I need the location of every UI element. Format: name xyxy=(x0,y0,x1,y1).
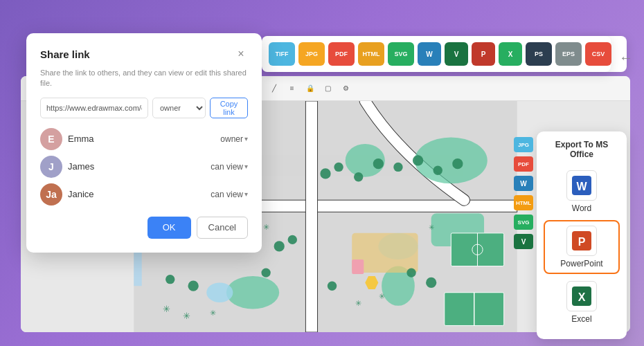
user-name-emma: Emma xyxy=(68,134,94,144)
powerpoint-label: PowerPoint xyxy=(560,259,602,268)
et-gear[interactable]: ⚙ xyxy=(339,81,354,96)
export-badge-bar: TIFF JPG PDF HTML SVG W V P X PS EPS CSV xyxy=(262,36,611,72)
svg-point-30 xyxy=(334,163,343,172)
badge-svg[interactable]: SVG xyxy=(388,42,414,66)
svg-point-34 xyxy=(413,155,423,165)
user-name-james: James xyxy=(68,161,94,172)
badge-visio[interactable]: V xyxy=(445,42,468,66)
svg-text:W: W xyxy=(576,181,587,192)
avatar-emma: E xyxy=(40,128,62,150)
svg-point-38 xyxy=(426,277,436,288)
chevron-icon: ▾ xyxy=(244,190,248,198)
link-row: owner can view can edit Copy link xyxy=(40,98,248,118)
badge-pdf[interactable]: PDF xyxy=(328,42,355,66)
export-item-powerpoint[interactable]: P PowerPoint xyxy=(544,220,620,274)
dialog-description: Share the link to others, and they can v… xyxy=(40,68,248,89)
export-item-excel[interactable]: X Excel xyxy=(544,277,620,328)
svg-point-7 xyxy=(226,276,279,309)
close-button[interactable]: × xyxy=(234,47,248,61)
badge-html[interactable]: HTML xyxy=(358,42,384,66)
cancel-button[interactable]: Cancel xyxy=(197,217,248,239)
user-info-emma: E Emma xyxy=(40,128,94,150)
word-icon: W xyxy=(566,170,597,201)
chevron-icon: ▾ xyxy=(244,163,248,170)
svg-point-29 xyxy=(320,168,330,179)
user-name-janice: Janice xyxy=(68,189,94,199)
svg-text:P: P xyxy=(578,236,586,248)
svg-point-27 xyxy=(188,281,199,291)
left-badge-visio[interactable]: V xyxy=(514,234,533,249)
et-box2[interactable]: ▢ xyxy=(321,81,336,96)
svg-point-35 xyxy=(433,166,442,175)
arrow-indicator: ← xyxy=(619,50,633,66)
link-input[interactable] xyxy=(40,98,148,118)
left-badge-html[interactable]: HTML xyxy=(514,195,533,210)
badge-ps[interactable]: PS xyxy=(526,42,552,66)
svg-point-33 xyxy=(393,163,402,172)
svg-text:✳: ✳ xyxy=(379,292,385,300)
export-panel: Export To MS Office W Word P PowerPoint … xyxy=(537,131,627,339)
svg-text:✳: ✳ xyxy=(263,223,269,231)
link-role-select[interactable]: owner can view can edit xyxy=(152,98,206,118)
user-row: Ja Janice can view ▾ xyxy=(40,183,248,206)
svg-text:X: X xyxy=(578,291,586,303)
svg-point-32 xyxy=(373,158,384,169)
svg-point-26 xyxy=(166,275,175,284)
svg-point-5 xyxy=(415,137,488,183)
badge-eps[interactable]: EPS xyxy=(555,42,582,66)
export-left-badges: JPG PDF W HTML SVG V xyxy=(514,137,533,249)
svg-text:✳: ✳ xyxy=(210,309,216,317)
dialog-header: Share link × xyxy=(40,47,248,61)
dialog-actions: OK Cancel xyxy=(40,217,248,239)
svg-rect-20 xyxy=(352,260,364,274)
svg-text:✳: ✳ xyxy=(163,304,170,314)
svg-point-39 xyxy=(328,282,337,291)
svg-point-31 xyxy=(354,172,363,181)
export-panel-title: Export To MS Office xyxy=(544,140,620,159)
badge-excel[interactable]: X xyxy=(499,42,522,66)
export-item-word[interactable]: W Word xyxy=(544,166,620,217)
svg-text:✳: ✳ xyxy=(183,311,190,321)
svg-point-28 xyxy=(261,268,270,277)
user-row: J James can view ▾ xyxy=(40,156,248,178)
user-info-james: J James xyxy=(40,156,94,178)
chevron-icon: ▾ xyxy=(244,135,248,143)
svg-point-10 xyxy=(206,282,233,302)
left-badge-word[interactable]: W xyxy=(514,176,533,191)
avatar-janice: Ja xyxy=(40,183,62,206)
user-list: E Emma owner ▾ J James can view ▾ Ja Jan… xyxy=(40,128,248,206)
avatar-james: J xyxy=(40,156,62,178)
user-row: E Emma owner ▾ xyxy=(40,128,248,150)
et-line[interactable]: ╱ xyxy=(267,81,282,96)
left-badge-svg[interactable]: SVG xyxy=(514,215,533,230)
left-badge-pdf[interactable]: PDF xyxy=(514,156,533,172)
user-role-janice[interactable]: can view ▾ xyxy=(211,190,248,199)
badge-jpg[interactable]: JPG xyxy=(298,42,325,66)
svg-point-36 xyxy=(452,158,463,169)
word-label: Word xyxy=(572,203,591,213)
dialog-title: Share link xyxy=(40,48,90,60)
left-badge-jpg[interactable]: JPG xyxy=(514,137,533,152)
svg-text:✳: ✳ xyxy=(429,224,434,231)
badge-csv[interactable]: CSV xyxy=(585,42,611,66)
badge-ppt[interactable]: P xyxy=(472,42,495,66)
svg-rect-2 xyxy=(305,101,317,332)
copy-link-button[interactable]: Copy link xyxy=(210,98,248,118)
share-dialog: Share link × Share the link to others, a… xyxy=(26,33,262,253)
user-info-janice: Ja Janice xyxy=(40,183,94,206)
powerpoint-icon: P xyxy=(566,226,597,256)
svg-point-37 xyxy=(406,268,415,277)
et-align[interactable]: ≡ xyxy=(285,81,300,96)
ok-button[interactable]: OK xyxy=(147,217,191,239)
badge-word[interactable]: W xyxy=(418,42,441,66)
svg-point-40 xyxy=(288,235,297,244)
svg-text:✳: ✳ xyxy=(355,299,361,307)
user-role-emma[interactable]: owner ▾ xyxy=(220,134,248,144)
et-lock[interactable]: 🔒 xyxy=(303,81,318,96)
excel-icon: X xyxy=(566,281,597,311)
badge-tiff[interactable]: TIFF xyxy=(269,42,295,66)
excel-label: Excel xyxy=(571,314,591,324)
user-role-james[interactable]: can view ▾ xyxy=(211,162,248,172)
svg-point-41 xyxy=(274,241,285,251)
